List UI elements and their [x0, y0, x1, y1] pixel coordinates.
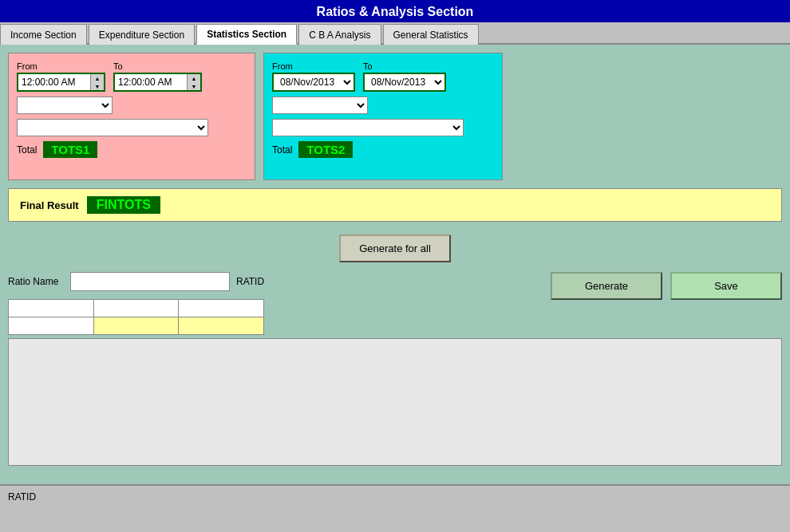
- total-label-right: Total: [272, 144, 292, 156]
- pink-panel: From ▲ ▼ To ▲ ▼: [8, 53, 255, 180]
- table-cell-top-mid: [93, 300, 179, 317]
- to-spin-up[interactable]: ▲: [188, 74, 200, 82]
- tab-general-statistics[interactable]: General Statistics: [383, 24, 479, 45]
- cyan-panel: From 08/Nov/2013 To 08/Nov/2013: [263, 53, 503, 180]
- to-time-input[interactable]: [115, 75, 187, 89]
- status-text: RATID: [8, 491, 36, 502]
- table-cell-top-left: [9, 300, 94, 317]
- from-date-wrapper: 08/Nov/2013: [272, 73, 355, 92]
- table-cell-bot-right: [179, 317, 264, 335]
- table-cell-bot-mid: [93, 317, 179, 335]
- to-time-wrapper: ▲ ▼: [113, 73, 202, 92]
- from-label-left: From: [17, 61, 105, 71]
- table-cell-top-right: [179, 300, 264, 317]
- table-cell-bot-left: [9, 317, 94, 335]
- from-date-select[interactable]: 08/Nov/2013: [274, 74, 354, 90]
- save-button[interactable]: Save: [670, 272, 782, 300]
- app-title: Ratios & Analysis Section: [317, 5, 474, 18]
- generate-button[interactable]: Generate: [551, 272, 662, 300]
- generate-all-button[interactable]: Generate for all: [339, 234, 451, 262]
- to-spin-down[interactable]: ▼: [188, 82, 200, 90]
- status-bar: RATID: [0, 484, 790, 508]
- left-dropdown-1[interactable]: [17, 97, 113, 114]
- final-result-bar: Final Result FINTOTS: [8, 188, 782, 222]
- right-dropdown-1[interactable]: [272, 97, 368, 114]
- right-dropdown-2[interactable]: [272, 119, 464, 136]
- tab-cba[interactable]: C B A Analysis: [298, 24, 381, 45]
- to-spin-btn: ▲ ▼: [187, 74, 200, 90]
- ratio-name-row: Ratio Name RATID: [8, 272, 264, 291]
- main-content: From ▲ ▼ To ▲ ▼: [0, 45, 790, 508]
- left-dropdown-2[interactable]: [17, 119, 208, 136]
- from-spin-down[interactable]: ▼: [91, 82, 104, 90]
- tab-statistics[interactable]: Statistics Section: [196, 24, 297, 45]
- from-label-right: From: [272, 61, 355, 71]
- ratio-table: [8, 299, 264, 335]
- tab-expenditure[interactable]: Expenditure Section: [89, 24, 195, 45]
- ratio-name-input[interactable]: [70, 272, 230, 291]
- total-label-left: Total: [17, 144, 37, 156]
- large-data-area: [8, 338, 782, 466]
- tab-bar: Income Section Expenditure Section Stati…: [0, 22, 790, 45]
- from-spin-btn: ▲ ▼: [90, 74, 104, 90]
- tots1-value: TOTS1: [43, 141, 97, 158]
- to-date-select[interactable]: 08/Nov/2013: [365, 74, 444, 90]
- from-spin-up[interactable]: ▲: [91, 74, 104, 82]
- panels-row: From ▲ ▼ To ▲ ▼: [8, 53, 782, 180]
- tab-income[interactable]: Income Section: [0, 24, 87, 45]
- from-time-input[interactable]: [18, 75, 90, 89]
- to-label-right: To: [363, 61, 446, 71]
- ratio-name-label: Ratio Name: [8, 276, 64, 287]
- to-date-wrapper: 08/Nov/2013: [363, 73, 446, 92]
- fintots-value: FINTOTS: [87, 196, 160, 214]
- final-result-label: Final Result: [20, 199, 79, 211]
- to-label-left: To: [113, 61, 202, 71]
- from-time-wrapper: ▲ ▼: [17, 73, 105, 92]
- ratid-label: RATID: [236, 276, 264, 287]
- tots2-value: TOTS2: [298, 141, 353, 158]
- title-bar: Ratios & Analysis Section: [0, 0, 790, 22]
